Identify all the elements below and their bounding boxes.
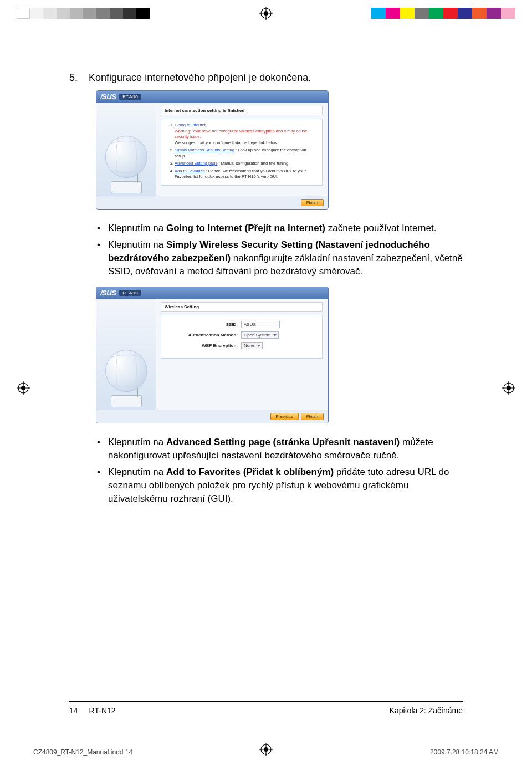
bullet-item: Klepnutím na Add to Favorites (Přidat k …	[108, 466, 463, 506]
asus-logo: /SUS	[100, 93, 116, 101]
going-to-internet-link[interactable]: Going to Internet	[175, 122, 206, 127]
info-list: Going to Internet Warning: Your have not…	[161, 119, 323, 186]
bullet-pre: Klepnutím na	[108, 239, 166, 250]
bullet-list-b: Klepnutím na Advanced Setting page (strá…	[96, 436, 463, 506]
registration-mark-icon	[17, 381, 30, 395]
svg-point-5	[507, 386, 511, 390]
screenshot-finished: /SUS RT-N10 Internet connection setting …	[96, 90, 463, 210]
footer-chapter: Kapitola 2: Začínáme	[390, 706, 463, 715]
list-item: Simply Wireless Security Setting : Look …	[175, 147, 318, 159]
step-5: 5. Konfigurace internetového připojení j…	[69, 72, 463, 84]
screenshot-wireless-setting: /SUS RT-N10 Wireless Setting SSID: ASUS	[96, 287, 463, 423]
page: 5. Konfigurace internetového připojení j…	[0, 0, 532, 776]
finish-button[interactable]: Finish	[301, 413, 324, 420]
slug-file: CZ4809_RT-N12_Manual.indd 14	[33, 748, 132, 756]
bullet-item: Klepnutím na Simply Wireless Security Se…	[108, 238, 463, 278]
list-item: Add to Favorites : Hence, we recommend t…	[175, 169, 318, 180]
panel-title: Internet connection setting is finished.	[161, 106, 323, 115]
globe-icon	[105, 350, 147, 392]
router-icon	[111, 181, 142, 193]
wep-encryption-label: WEP Encryption:	[166, 343, 238, 348]
bullet-list-a: Klepnutím na Going to Internet (Přejít n…	[96, 222, 463, 279]
bullet-post: začnete používat Internet.	[328, 223, 437, 233]
step-text: Konfigurace internetového připojení je d…	[89, 72, 311, 83]
page-content: 5. Konfigurace internetového připojení j…	[69, 72, 463, 509]
window-titlebar: /SUS RT-N10	[96, 287, 328, 299]
model-badge: RT-N10	[119, 94, 141, 100]
wireless-form: SSID: ASUS Authentication Method: Open S…	[161, 315, 323, 359]
ssid-label: SSID:	[166, 322, 238, 327]
color-swatches	[371, 8, 515, 19]
auth-method-select[interactable]: Open System	[241, 331, 279, 339]
list-item: Going to Internet Warning: Your have not…	[175, 122, 318, 146]
page-footer: 14 RT-N12 Kapitola 2: Začínáme	[69, 701, 463, 715]
bullet-pre: Klepnutím na	[108, 437, 166, 447]
registration-mark-icon	[502, 381, 515, 395]
router-icon	[111, 395, 142, 407]
print-slug: CZ4809_RT-N12_Manual.indd 14 2009.7.28 1…	[33, 748, 499, 756]
model-badge: RT-N10	[119, 290, 141, 296]
bullet-pre: Klepnutím na	[108, 467, 166, 477]
window-sidebar	[96, 299, 156, 410]
finish-button[interactable]: Finish	[301, 199, 324, 206]
slug-date: 2009.7.28 10:18:24 AM	[430, 748, 499, 756]
footer-model: RT-N12	[89, 706, 116, 715]
grayscale-swatches	[17, 8, 150, 19]
wep-encryption-select[interactable]: None	[241, 342, 263, 349]
warning-text: Warning: Your have not configured wirele…	[175, 129, 307, 140]
bullet-bold: Going to Internet (Přejít na Internet)	[166, 223, 325, 233]
list-item: Advanced Setting page : Manual configura…	[175, 161, 318, 167]
auth-method-label: Authentication Method:	[166, 333, 238, 338]
add-favorites-link[interactable]: Add to Favorites	[175, 169, 205, 173]
window-titlebar: /SUS RT-N10	[96, 91, 328, 103]
bullet-pre: Klepnutím na	[108, 223, 166, 233]
bullet-bold: Advanced Setting page (stránka Upřesnit …	[166, 437, 400, 447]
bullet-item: Klepnutím na Advanced Setting page (strá…	[108, 436, 463, 462]
page-number: 14	[69, 706, 78, 715]
step-number: 5.	[69, 72, 78, 83]
ssid-input[interactable]: ASUS	[241, 321, 280, 328]
wireless-security-link[interactable]: Simply Wireless Security Setting	[175, 147, 234, 152]
item-rest: : Manual configuration and fine-tuning.	[219, 161, 290, 166]
svg-point-1	[264, 11, 268, 16]
svg-point-3	[21, 386, 25, 390]
item-rest: We suggest that you configure it via the…	[175, 140, 278, 145]
bullet-bold: Add to Favorites (Přidat k oblíbeným)	[166, 467, 334, 477]
panel-title: Wireless Setting	[161, 302, 323, 312]
previous-button[interactable]: Previous	[270, 413, 299, 420]
bullet-item: Klepnutím na Going to Internet (Přejít n…	[108, 222, 463, 235]
registration-mark-icon	[259, 7, 273, 20]
window-sidebar	[96, 103, 156, 196]
advanced-setting-link[interactable]: Advanced Setting page	[175, 161, 218, 166]
asus-logo: /SUS	[100, 289, 116, 297]
globe-icon	[105, 136, 147, 178]
